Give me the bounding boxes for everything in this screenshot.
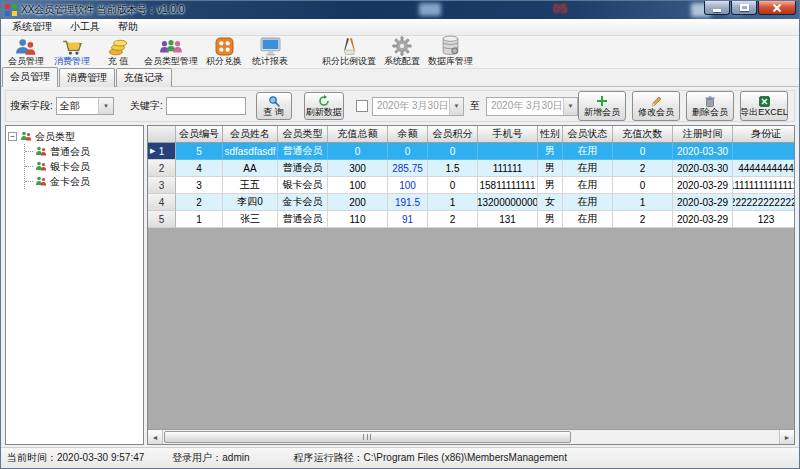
keyword-input[interactable] <box>166 97 246 115</box>
maximize-button[interactable] <box>731 1 757 15</box>
row-header-cell: 4 <box>148 194 176 211</box>
tree-item-2[interactable]: 金卡会员 <box>25 174 141 189</box>
toolbar-button-recharge[interactable]: 充 值 <box>95 35 141 66</box>
column-header[interactable]: 性别 <box>538 126 563 142</box>
table-cell: 200 <box>328 194 388 211</box>
toolbar-button-consume[interactable]: 消费管理 <box>49 35 95 66</box>
table-cell: sdfasdfasdf <box>223 143 278 160</box>
table-cell: 男 <box>538 211 563 228</box>
column-header[interactable]: 注册时间 <box>673 126 733 142</box>
table-cell: 100 <box>328 177 388 194</box>
toolbar-button-report[interactable]: 统计报表 <box>247 35 293 66</box>
close-button[interactable] <box>758 1 796 15</box>
delete-member-button[interactable]: 删除会员 <box>686 91 734 121</box>
table-row[interactable]: 33王五银卡会员100100015811111111男在用02020-03-29… <box>148 177 794 194</box>
table-row[interactable]: 42李四0金卡会员200191.5113200000000女在用12020-03… <box>148 194 794 211</box>
table-cell: 123 <box>733 211 795 228</box>
search-icon <box>268 95 280 107</box>
column-header[interactable]: 会员状态 <box>563 126 613 142</box>
minimize-button[interactable] <box>704 1 730 15</box>
tab-1[interactable]: 消费管理 <box>59 68 115 87</box>
date-filter-checkbox[interactable] <box>356 100 368 112</box>
table-cell: 100 <box>388 177 428 194</box>
search-field-dropdown[interactable]: 全部 ▼ <box>56 97 114 115</box>
members-icon <box>15 35 37 56</box>
grid-corner-cell <box>148 126 176 142</box>
tree-item-label: 银卡会员 <box>50 160 90 174</box>
toolbar-button-points-ratio[interactable]: 积分比例设置 <box>319 35 379 66</box>
search-panel: 搜索字段: 全部 ▼ 关键字: 查 询 刷新数据 2020年 3月 <box>5 90 795 122</box>
scroll-right-icon[interactable]: ► <box>779 430 794 444</box>
toolbar: 会员管理消费管理充 值会员类型管理积分兑换统计报表积分比例设置系统配置数据库管理 <box>1 36 799 69</box>
table-cell: 在用 <box>563 211 613 228</box>
table-row[interactable]: 24AA普通会员300285.751.5111111男在用22020-03-30… <box>148 160 794 177</box>
menu-item-help[interactable]: 帮助 <box>109 19 147 35</box>
tree-item-0[interactable]: 普通会员 <box>25 144 141 159</box>
horizontal-scrollbar[interactable]: ◄ ► <box>148 429 794 444</box>
toolbar-button-member-type[interactable]: 会员类型管理 <box>141 35 201 66</box>
column-header[interactable]: 会员类型 <box>278 126 328 142</box>
table-cell: 191.5 <box>388 194 428 211</box>
member-type-icon <box>35 161 47 173</box>
tree-item-1[interactable]: 银卡会员 <box>25 159 141 174</box>
table-cell: 5 <box>176 143 223 160</box>
table-cell: 2020-03-29 <box>673 194 733 211</box>
query-button[interactable]: 查 询 <box>256 92 292 120</box>
desktop-blur-decoration <box>419 3 441 16</box>
date-to-picker[interactable]: 2020年 3月30日 ▼ <box>486 97 578 116</box>
table-cell: 1111111111111111111 <box>733 177 795 194</box>
column-header[interactable]: 会员编号 <box>176 126 223 142</box>
column-header[interactable]: 充值总额 <box>328 126 388 142</box>
menu-item-system-manage[interactable]: 系统管理 <box>3 19 61 35</box>
scroll-left-icon[interactable]: ◄ <box>148 430 163 444</box>
tree-root-member-type[interactable]: − 会员类型 <box>8 129 141 144</box>
add-member-button[interactable]: 新增会员 <box>578 91 626 121</box>
toolbar-button-database[interactable]: 数据库管理 <box>425 35 476 66</box>
trash-icon <box>705 95 715 107</box>
plus-icon <box>597 95 607 107</box>
close-icon <box>772 3 782 13</box>
table-cell: 2020-03-30 <box>673 160 733 177</box>
menu-item-tools[interactable]: 小工具 <box>61 19 109 35</box>
tree-collapse-icon[interactable]: − <box>8 132 17 141</box>
row-header-cell: 2 <box>148 160 176 177</box>
table-cell: 0 <box>428 177 478 194</box>
column-header[interactable]: 会员姓名 <box>223 126 278 142</box>
column-header[interactable]: 身份证 <box>733 126 795 142</box>
table-cell: 91 <box>388 211 428 228</box>
toolbar-item-label: 统计报表 <box>252 56 288 66</box>
toolbar-button-points-exchange[interactable]: 积分兑换 <box>201 35 247 66</box>
column-header[interactable]: 会员积分 <box>428 126 478 142</box>
tab-0[interactable]: 会员管理 <box>2 67 58 87</box>
column-header[interactable]: 手机号 <box>478 126 538 142</box>
date-from-value: 2020年 3月30日 <box>377 99 449 113</box>
table-cell: 张三 <box>223 211 278 228</box>
scrollbar-thumb[interactable] <box>164 431 571 443</box>
app-window: 05 XX会员管理软件 当前版本号：v1.0.0 系统管理小工具帮助 会员管理消… <box>0 0 800 469</box>
refresh-button[interactable]: 刷新数据 <box>304 92 344 120</box>
table-cell: 2020-03-30 <box>673 143 733 160</box>
table-row[interactable]: ▶15sdfasdfasdf普通会员000男在用02020-03-30 <box>148 143 794 160</box>
date-from-picker[interactable]: 2020年 3月30日 ▼ <box>372 97 464 116</box>
row-header-cell: 5 <box>148 211 176 228</box>
toolbar-button-system-config[interactable]: 系统配置 <box>379 35 425 66</box>
title-bar: 05 XX会员管理软件 当前版本号：v1.0.0 <box>1 1 799 19</box>
table-cell: 在用 <box>563 160 613 177</box>
table-cell: 普通会员 <box>278 211 328 228</box>
status-current-time: 当前时间：2020-03-30 9:57:47 <box>7 451 144 465</box>
table-cell: 2 <box>613 160 673 177</box>
column-header[interactable]: 充值次数 <box>613 126 673 142</box>
date-range-separator: 至 <box>470 99 480 113</box>
table-cell: 银卡会员 <box>278 177 328 194</box>
export-excel-button[interactable]: 导出EXCEL <box>740 91 788 121</box>
calendar-dropdown-icon: ▼ <box>563 98 577 115</box>
column-header[interactable]: 余额 <box>388 126 428 142</box>
window-title: XX会员管理软件 当前版本号：v1.0.0 <box>21 3 184 17</box>
table-row[interactable]: 51张三普通会员110912131男在用22020-03-29123 <box>148 211 794 228</box>
tab-2[interactable]: 充值记录 <box>116 68 172 87</box>
toolbar-button-members[interactable]: 会员管理 <box>3 35 49 66</box>
edit-member-button[interactable]: 修改会员 <box>632 91 680 121</box>
row-header-cell: 3 <box>148 177 176 194</box>
tree-children: 普通会员银卡会员金卡会员 <box>24 144 141 189</box>
content-area: 搜索字段: 全部 ▼ 关键字: 查 询 刷新数据 2020年 3月 <box>1 87 799 447</box>
